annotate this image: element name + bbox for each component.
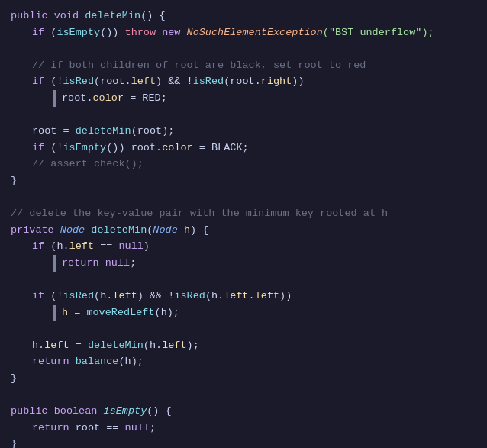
token: h — [62, 307, 68, 318]
code-line: // assert check(); — [0, 156, 487, 172]
code-editor: public void deleteMin() {if (isEmpty()) … — [0, 0, 487, 448]
token: (! — [50, 290, 63, 301]
code-line: public boolean isEmpty() { — [0, 403, 487, 420]
token: = — [193, 142, 211, 153]
token: (root. — [224, 76, 261, 87]
code-line: } — [0, 436, 487, 448]
token: left — [224, 290, 248, 301]
token: = — [124, 92, 142, 104]
token: isRed — [174, 290, 205, 301]
token: () { — [140, 10, 165, 21]
code-line — [0, 321, 487, 337]
code-line — [0, 387, 487, 404]
line-tokens — [11, 189, 17, 206]
token: } — [11, 175, 17, 186]
line-tokens: if (!isRed(root.left) && !isRed(root.rig… — [32, 73, 305, 90]
token: return — [62, 257, 105, 269]
line-tokens: if (isEmpty()) throw new NoSuchElementEx… — [32, 24, 434, 41]
token: ) && ! — [137, 290, 175, 301]
token: private — [11, 224, 60, 236]
token: = — [56, 125, 75, 137]
token: ("BST underflow"); — [323, 27, 434, 38]
code-line: private Node deleteMin(Node h) { — [0, 222, 487, 239]
code-line: return root == null; — [0, 420, 487, 437]
line-tokens: // if both children of root are black, s… — [32, 57, 366, 74]
line-tokens: // assert check(); — [32, 156, 144, 172]
token: null — [118, 240, 143, 252]
code-line: h = moveRedLeft(h); — [0, 305, 487, 321]
token: color — [93, 92, 124, 104]
code-line: } — [0, 172, 487, 189]
code-line: if (!isRed(root.left) && !isRed(root.rig… — [0, 73, 487, 90]
token: (! — [50, 142, 63, 153]
token: deleteMin — [85, 10, 140, 21]
line-tokens: } — [11, 436, 17, 448]
token: (root. — [94, 76, 131, 87]
token: left — [69, 240, 94, 252]
token: (h); — [155, 307, 179, 318]
code-line: h.left = deleteMin(h.left); — [0, 337, 487, 354]
token: (root); — [131, 125, 175, 137]
token: if — [32, 76, 50, 87]
token: return — [32, 422, 76, 433]
code-line: if (!isRed(h.left) && !isRed(h.left.left… — [0, 288, 487, 305]
line-tokens — [11, 272, 17, 288]
line-tokens: return null; — [62, 255, 136, 272]
token: left — [112, 290, 137, 301]
line-tokens: root.color = RED; — [62, 90, 167, 107]
token: isEmpty — [104, 405, 147, 417]
token: . — [38, 340, 44, 351]
token: = — [69, 340, 88, 351]
token: )) — [279, 290, 292, 301]
line-tokens: if (!isRed(h.left) && !isRed(h.left.left… — [32, 288, 292, 305]
token: public — [11, 405, 54, 417]
token: root — [62, 92, 86, 104]
token: ) && ! — [156, 76, 193, 87]
token: deleteMin — [91, 224, 147, 236]
token: isRed — [63, 290, 95, 301]
line-tokens — [11, 107, 17, 124]
token: isEmpty — [56, 27, 100, 38]
token: (! — [50, 76, 63, 87]
token: color — [162, 142, 193, 153]
token: == — [94, 240, 118, 252]
token: isEmpty — [63, 142, 107, 153]
code-line: root = deleteMin(root); — [0, 123, 487, 140]
line-tokens: h = moveRedLeft(h); — [62, 305, 179, 321]
line-tokens: h.left = deleteMin(h.left); — [32, 337, 199, 354]
indent-bar — [53, 90, 56, 107]
token: ()) root. — [106, 142, 162, 153]
line-tokens: } — [11, 370, 17, 387]
token: RED — [142, 92, 160, 104]
token: ()) — [100, 27, 124, 38]
token: (h. — [94, 290, 112, 301]
token: (h. — [205, 290, 224, 301]
code-line: // delete the key-value pair with the mi… — [0, 205, 487, 222]
token: left — [255, 290, 279, 301]
token: Node — [153, 224, 184, 236]
token: if — [32, 240, 50, 252]
token: } — [11, 372, 17, 384]
token: h — [184, 224, 190, 236]
token: if — [32, 142, 50, 153]
line-tokens — [11, 387, 17, 404]
token: throw — [125, 27, 163, 38]
code-line: return null; — [0, 255, 487, 272]
token: isRed — [63, 76, 95, 87]
line-tokens — [11, 321, 17, 337]
code-line: public void deleteMin() { — [0, 8, 487, 24]
token: ; — [130, 257, 136, 269]
code-line: if (!isEmpty()) root.color = BLACK; — [0, 140, 487, 156]
line-tokens: if (h.left == null) — [32, 238, 150, 255]
token: null — [105, 257, 130, 269]
token: ) { — [190, 224, 208, 236]
code-line: if (isEmpty()) throw new NoSuchElementEx… — [0, 24, 487, 41]
token: BLACK — [211, 142, 243, 153]
code-line: } — [0, 370, 487, 387]
token: ; — [150, 422, 156, 433]
indent-bar — [53, 305, 56, 321]
line-tokens: if (!isEmpty()) root.color = BLACK; — [32, 140, 249, 156]
token: public — [11, 10, 54, 21]
token: deleteMin — [88, 340, 144, 351]
token: ) — [144, 240, 150, 252]
